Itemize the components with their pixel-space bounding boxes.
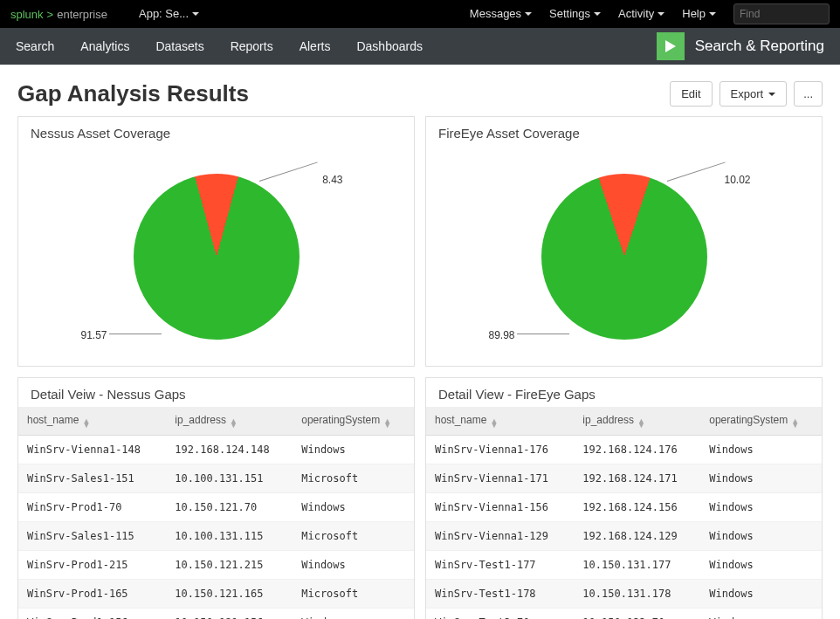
pie-label-sub: 8.43 (322, 174, 342, 186)
sort-icon: ▲▼ (791, 419, 799, 428)
column-header[interactable]: host_name▲▼ (18, 407, 166, 436)
table-cell: Windows (293, 493, 414, 522)
table-row[interactable]: WinSrv-Test1-17810.150.131.178Windows (426, 580, 822, 609)
table-cell: WinSrv-Test3-70 (426, 609, 574, 620)
table-cell: Windows (700, 464, 822, 493)
table-cell: WinSrv-Test1-178 (426, 580, 574, 609)
column-header[interactable]: ip_address▲▼ (574, 407, 700, 436)
table-cell: Windows (700, 436, 822, 464)
table-cell: WinSrv-Vienna1-156 (426, 493, 574, 522)
data-table: host_name▲▼ip_address▲▼operatingSystem▲▼… (18, 407, 414, 619)
table-row[interactable]: WinSrv-Test3-7010.150.133.70Windows (426, 609, 822, 620)
table-row[interactable]: WinSrv-Test1-17710.150.131.177Windows (426, 551, 822, 580)
export-button[interactable]: Export (720, 81, 788, 107)
table-cell: WinSrv-Test1-177 (426, 551, 574, 580)
app-switcher[interactable]: App: Se... (132, 0, 206, 28)
app-badge[interactable]: Search & Reporting (657, 32, 824, 60)
table-cell: Windows (700, 609, 822, 620)
table-cell: WinSrv-Prod1-156 (18, 609, 166, 620)
table-row[interactable]: WinSrv-Vienna1-171192.168.124.171Windows (426, 464, 822, 493)
table-cell: Windows (293, 436, 414, 464)
table-row[interactable]: WinSrv-Prod1-21510.150.121.215Windows (18, 551, 414, 580)
table-cell: Microsoft (293, 522, 414, 551)
table-cell: 192.168.124.129 (574, 522, 700, 551)
caret-down-icon (658, 12, 664, 16)
more-button[interactable]: ... (794, 81, 823, 107)
table-cell: WinSrv-Vienna1-176 (426, 436, 574, 464)
table-cell: WinSrv-Sales1-115 (18, 522, 166, 551)
table-cell: 10.150.121.156 (166, 609, 293, 620)
table-cell: Microsoft (293, 580, 414, 609)
brand-gt-icon: > (47, 8, 54, 21)
table-cell: 192.168.124.176 (574, 436, 700, 464)
table-cell: 10.150.131.177 (574, 551, 700, 580)
sort-icon: ▲▼ (637, 419, 645, 428)
help-menu[interactable]: Help (675, 0, 723, 28)
sort-icon: ▲▼ (490, 419, 498, 428)
table-cell: Windows (293, 551, 414, 580)
table-cell: Microsoft (293, 464, 414, 493)
table-row[interactable]: WinSrv-Sales1-15110.100.131.151Microsoft (18, 464, 414, 493)
table-cell: 10.150.133.70 (574, 609, 700, 620)
data-table: host_name▲▼ip_address▲▼operatingSystem▲▼… (426, 407, 822, 619)
nav-item-search[interactable]: Search (16, 39, 54, 53)
pie-chart[interactable]: 91.578.43 (18, 148, 414, 366)
pie-label-sub: 10.02 (724, 174, 750, 186)
table-cell: 192.168.124.171 (574, 464, 700, 493)
column-header[interactable]: operatingSystem▲▼ (700, 407, 822, 436)
caret-down-icon (525, 12, 532, 16)
app-switcher-label: App: Se... (139, 0, 189, 28)
nav-item-dashboards[interactable]: Dashboards (356, 39, 423, 53)
table-panel: Detail View - FireEye Gapshost_name▲▼ip_… (425, 377, 823, 619)
table-row[interactable]: WinSrv-Sales1-11510.100.131.115Microsoft (18, 522, 414, 551)
column-header[interactable]: ip_address▲▼ (166, 407, 293, 436)
table-cell: WinSrv-Prod1-70 (18, 493, 166, 522)
panel-title: FireEye Asset Coverage (426, 117, 822, 148)
table-row[interactable]: WinSrv-Vienna1-176192.168.124.176Windows (426, 436, 822, 464)
sort-icon: ▲▼ (230, 419, 238, 428)
table-panel: Detail Veiw - Nessus Gapshost_name▲▼ip_a… (17, 377, 415, 619)
table-cell: 10.100.131.151 (166, 464, 293, 493)
table-row[interactable]: WinSrv-Prod1-7010.150.121.70Windows (18, 493, 414, 522)
panel-title: Detail View - FireEye Gaps (426, 378, 822, 407)
column-header[interactable]: operatingSystem▲▼ (293, 407, 414, 436)
find-input[interactable] (734, 8, 840, 20)
brand-suffix: enterprise (57, 8, 107, 21)
panel-title: Detail Veiw - Nessus Gaps (18, 378, 414, 407)
table-row[interactable]: WinSrv-Prod1-15610.150.121.156Windows (18, 609, 414, 620)
table-row[interactable]: WinSrv-Vienna1-156192.168.124.156Windows (426, 493, 822, 522)
table-cell: Windows (700, 493, 822, 522)
table-cell: WinSrv-Prod1-165 (18, 580, 166, 609)
table-row[interactable]: WinSrv-Vienna1-148192.168.124.148Windows (18, 436, 414, 464)
table-cell: Windows (700, 580, 822, 609)
edit-button[interactable]: Edit (670, 81, 712, 107)
table-cell: WinSrv-Vienna1-171 (426, 464, 574, 493)
table-cell: Windows (700, 551, 822, 580)
nav-item-analytics[interactable]: Analytics (80, 39, 129, 53)
brand-prefix: splunk (10, 8, 44, 21)
settings-menu[interactable]: Settings (542, 0, 608, 28)
table-cell: WinSrv-Prod1-215 (18, 551, 166, 580)
app-name: Search & Reporting (695, 38, 824, 55)
messages-menu[interactable]: Messages (463, 0, 539, 28)
table-cell: Windows (293, 609, 414, 620)
dashboard-panels: Nessus Asset Coverage91.578.43FireEye As… (0, 116, 840, 619)
table-row[interactable]: WinSrv-Vienna1-129192.168.124.129Windows (426, 522, 822, 551)
page-title: Gap Analysis Results (17, 80, 249, 107)
table-cell: 192.168.124.148 (166, 436, 293, 464)
table-cell: 10.150.121.70 (166, 493, 293, 522)
chart-panel: FireEye Asset Coverage89.9810.02 (425, 116, 823, 367)
nav-item-alerts[interactable]: Alerts (300, 39, 331, 53)
table-row[interactable]: WinSrv-Prod1-16510.150.121.165Microsoft (18, 580, 414, 609)
sort-icon: ▲▼ (82, 419, 90, 428)
caret-down-icon (192, 12, 199, 16)
table-cell: WinSrv-Vienna1-129 (426, 522, 574, 551)
brand-logo[interactable]: splunk>enterprise (10, 8, 107, 21)
table-cell: 10.150.131.178 (574, 580, 700, 609)
activity-menu[interactable]: Activity (611, 0, 671, 28)
column-header[interactable]: host_name▲▼ (426, 407, 574, 436)
nav-item-datasets[interactable]: Datasets (155, 39, 203, 53)
nav-item-reports[interactable]: Reports (231, 39, 273, 53)
pie-chart[interactable]: 89.9810.02 (426, 148, 822, 366)
find-searchbox[interactable] (733, 3, 830, 24)
